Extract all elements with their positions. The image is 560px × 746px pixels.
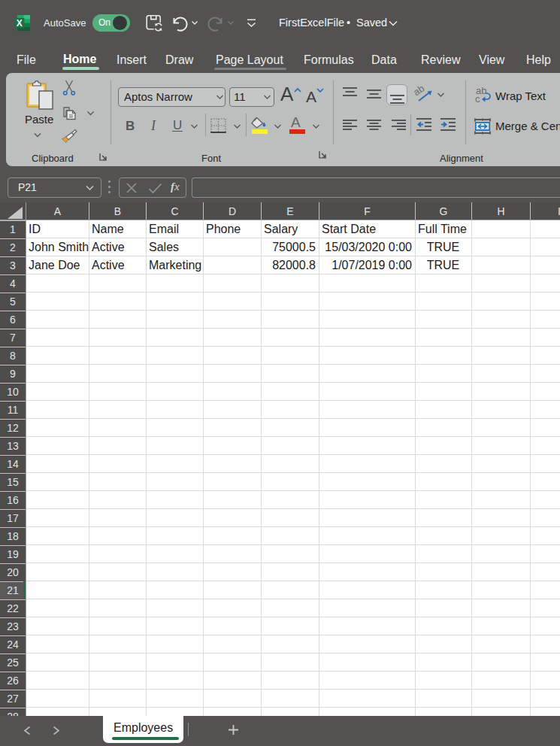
svg-text:X: X bbox=[17, 18, 23, 29]
svg-text:c: c bbox=[475, 93, 480, 105]
